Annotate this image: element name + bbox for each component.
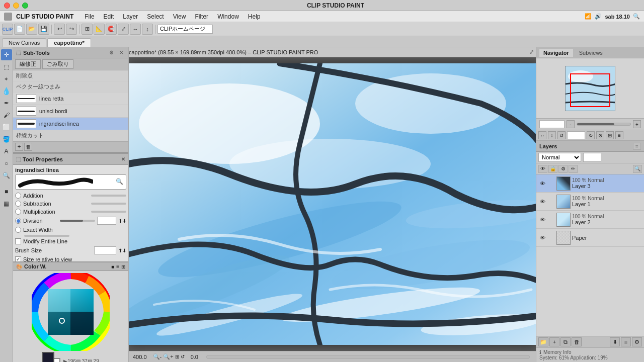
subtool-add-btn[interactable]: + [15, 143, 23, 151]
tool-pen[interactable]: ✒ [1, 98, 12, 109]
blend-division-slider[interactable] [60, 220, 95, 222]
layer-settings-btn[interactable]: ⚙ [632, 337, 642, 346]
minimize-button[interactable] [13, 3, 19, 9]
maximize-button[interactable] [22, 3, 28, 9]
tool-lasso[interactable]: ⌖ [1, 73, 12, 84]
zoom-in-btn[interactable]: 🔍+ [163, 353, 173, 360]
menu-select[interactable]: Select [143, 12, 168, 21]
layer-copy-btn[interactable]: ⧉ [560, 337, 571, 346]
toolbar-snap-btn[interactable]: 🧲 [106, 24, 117, 35]
sub-tools-settings-icon[interactable]: ⚙ [107, 49, 115, 57]
tab-new-canvas[interactable]: New Canvas [2, 38, 46, 47]
toolbar-flip-h-btn[interactable]: ↔ [130, 24, 141, 35]
toolbar-open-btn[interactable]: 📂 [26, 24, 37, 35]
layer-2-lock[interactable] [548, 216, 555, 223]
tool-props-close-icon[interactable]: ✕ [121, 156, 125, 162]
sub-tools-close-icon[interactable]: ✕ [117, 49, 125, 57]
nav-rotate-right-btn[interactable]: ↻ [587, 131, 595, 139]
layers-menu-btn[interactable]: ≡ [633, 143, 641, 150]
canvas-viewport[interactable] [129, 57, 536, 351]
nav-rotate-left-btn[interactable]: ↺ [557, 131, 566, 139]
menu-window[interactable]: Window [213, 12, 243, 21]
layer-2-eye[interactable]: 👁 [538, 216, 546, 224]
fg-color-swatch[interactable] [42, 352, 54, 362]
tool-zoom[interactable]: 🔍 [1, 170, 12, 181]
tool-fill[interactable]: 🪣 [1, 134, 12, 145]
tab-cappottino[interactable]: cappottino* [47, 38, 91, 47]
layer-item-2[interactable]: 👁 100 % Normal Layer 2 [536, 211, 644, 229]
subtool-line-correct-btn[interactable]: 線修正 [15, 59, 41, 69]
layer-paper-eye[interactable]: 👁 [538, 234, 546, 242]
layer-1-eye[interactable]: 👁 [538, 198, 546, 206]
menu-file[interactable]: File [80, 12, 98, 21]
blend-division-radio[interactable] [15, 218, 21, 224]
subtool-delete-point[interactable]: 削除点 [13, 70, 128, 81]
tool-eyedrop[interactable]: 💧 [1, 85, 12, 97]
nav-zoom-in-btn[interactable]: + [633, 120, 641, 128]
layer-3-lock[interactable] [548, 180, 555, 187]
layer-blend-mode-select[interactable]: Normal Multiply Screen Overlay [538, 153, 581, 162]
fit-canvas-btn[interactable]: ⊞ [175, 354, 179, 359]
division-arrows[interactable]: ⬆⬇ [118, 218, 126, 224]
nav-zoom-slider[interactable] [577, 123, 631, 126]
toolbar-undo-btn[interactable]: ↩ [54, 24, 65, 35]
subtool-vector-pinch[interactable]: ベクター線つまみ [13, 81, 128, 93]
blend-subtraction-radio[interactable] [15, 201, 21, 207]
color-tab-1[interactable]: ■ [111, 264, 114, 269]
layer-show-all-btn[interactable]: 👁 [538, 165, 547, 173]
search-icon[interactable]: 🔍 [633, 13, 640, 20]
tool-select-rect[interactable]: ⬚ [1, 61, 12, 72]
scroll-bar-area[interactable] [204, 355, 532, 359]
blend-multiplication-slider[interactable] [91, 211, 126, 213]
toolbar-redo-btn[interactable]: ↪ [66, 24, 77, 35]
modify-entire-checkbox[interactable] [15, 238, 21, 244]
nav-flip-h-btn[interactable]: ↔ [538, 131, 546, 139]
nav-reset-btn[interactable]: ⊗ [596, 131, 604, 139]
color-tab-2[interactable]: ≡ [116, 264, 119, 269]
exact-width-radio[interactable] [15, 227, 21, 233]
horizontal-scrollbar[interactable] [206, 355, 530, 359]
toolbar-clip-btn[interactable]: CLIP [2, 24, 13, 35]
menu-help[interactable]: Help [244, 12, 265, 21]
layer-add-btn[interactable]: + [549, 337, 559, 346]
toolbar-flip-v-btn[interactable]: ↕ [142, 24, 153, 35]
tab-subviews[interactable]: Subviews [575, 49, 607, 57]
layer-draft-btn[interactable]: ✏ [569, 165, 578, 173]
layer-paper-lock[interactable] [548, 234, 555, 241]
blend-division-value[interactable]: 0.65 [97, 217, 116, 225]
subtool-ingrandisci[interactable]: ingrandisci linea [13, 118, 128, 130]
layer-3-eye[interactable]: 👁 [538, 179, 546, 188]
layer-item-1[interactable]: 👁 100 % Normal Layer 1 [536, 193, 644, 211]
layer-flatten-btn[interactable]: ≡ [621, 337, 631, 346]
color-wheel-container[interactable] [32, 273, 110, 351]
blend-subtraction-slider[interactable] [91, 203, 126, 205]
menu-layer[interactable]: Layer [119, 12, 142, 21]
toolbar-transform-btn[interactable]: ⤢ [118, 24, 129, 35]
color-tab-3[interactable]: ⊞ [121, 264, 125, 269]
menu-view[interactable]: View [169, 12, 190, 21]
close-button[interactable] [4, 3, 10, 9]
brush-size-input[interactable]: 90.0 [94, 246, 116, 254]
tool-text[interactable]: A [1, 146, 12, 157]
layer-ref-btn[interactable]: ⚙ [558, 165, 568, 173]
blend-addition-radio[interactable] [15, 193, 21, 199]
subtool-waku-cut[interactable]: 枠線カット [13, 130, 128, 141]
layer-merge-btn[interactable]: ⬇ [610, 337, 620, 346]
fg-bg-swatches[interactable] [42, 352, 60, 362]
nav-zoom-out-btn[interactable]: - [567, 120, 575, 128]
rotate-btn[interactable]: ↺ [181, 354, 185, 359]
blend-multiplication-radio[interactable] [15, 209, 21, 215]
subtool-unisci-bordi[interactable]: unisci bordi [13, 105, 128, 118]
toolbar-new-btn[interactable]: 📄 [14, 24, 25, 35]
nav-zoom-input[interactable]: 400.0 [539, 120, 565, 128]
brush-size-arrows[interactable]: ⬆⬇ [118, 248, 126, 253]
tool-gradient[interactable]: ▦ [1, 198, 12, 209]
tool-color-picker[interactable]: ■ [1, 186, 12, 197]
nav-flip-v-btn[interactable]: ↕ [548, 131, 556, 139]
tool-move[interactable]: ✛ [1, 49, 12, 60]
menu-edit[interactable]: Edit [100, 12, 118, 21]
toolbar-save-btn[interactable]: 💾 [38, 24, 49, 35]
subtool-dust-btn[interactable]: ごみ取り [42, 59, 73, 69]
toolbar-ruler-btn[interactable]: 📐 [94, 24, 105, 35]
layer-search-btn[interactable]: 🔍 [633, 165, 642, 173]
